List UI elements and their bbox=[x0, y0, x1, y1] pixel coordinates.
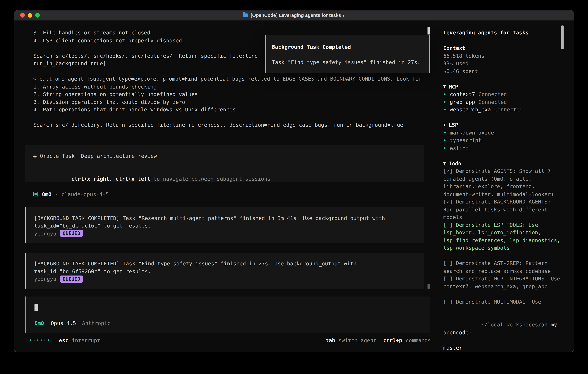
background-task-card[interactable]: [BACKGROUND TASK COMPLETED] Task "Resear… bbox=[25, 207, 424, 243]
session-title: Leveraging agents for tasks bbox=[443, 29, 562, 37]
main-scrollbar-thumb[interactable] bbox=[428, 27, 430, 34]
workspace-branch: master bbox=[443, 344, 562, 352]
text-cursor bbox=[34, 304, 38, 311]
chevron-down-icon: ▼ bbox=[443, 121, 446, 129]
task-meta: yeongyu QUEUED bbox=[34, 229, 416, 237]
context-heading: Context bbox=[443, 44, 562, 52]
mcp-status: Connected bbox=[478, 90, 507, 98]
oracle-task-title-line: ◉ Oracle Task "Deep architecture review" bbox=[33, 152, 416, 160]
ctrlp-key-label: commands bbox=[406, 336, 431, 344]
mcp-name: context7 bbox=[450, 90, 475, 98]
oracle-task-panel[interactable]: ◉ Oracle Task "Deep architecture review"… bbox=[25, 145, 424, 182]
oracle-hint-line: ctrl+x right, ctrl+x left to navigate be… bbox=[33, 167, 416, 175]
chevron-down-icon: ▼ bbox=[443, 83, 446, 90]
todo-item: [✓] Demonstrate AGENTS: Show all 7 curat… bbox=[443, 167, 562, 198]
tool-call-item: 2. String operations on potentially unde… bbox=[33, 90, 438, 98]
task-message-line: [BACKGROUND TASK COMPLETED] Task "Find t… bbox=[34, 260, 416, 267]
tool-call-item: 4. Path operations that don't handle Win… bbox=[33, 106, 438, 113]
zoom-button[interactable] bbox=[35, 13, 40, 18]
chevron-down-icon: ▼ bbox=[443, 159, 446, 167]
bullet-icon: • bbox=[443, 129, 447, 136]
lsp-name: eslint bbox=[450, 144, 469, 152]
queued-badge: QUEUED bbox=[60, 230, 83, 237]
mcp-item: • grep_app Connected bbox=[443, 98, 562, 106]
sidebar[interactable]: Leveraging agents for tasks Context 66,5… bbox=[438, 21, 574, 353]
task-message-line: task_id="bg_6f59260c" to get results. bbox=[34, 267, 416, 275]
agent-separator: · bbox=[55, 190, 58, 198]
mcp-name: websearch_exa bbox=[450, 106, 491, 113]
tool-call-line: ⚙ call_omo_agent [subagent_type=explore,… bbox=[33, 75, 438, 83]
workspace-path-line: ~/local-workspaces/oh-my-opencode: bbox=[443, 313, 562, 344]
status-right-hints: tab switch agent ctrl+p commands bbox=[326, 336, 431, 344]
tab-key-hint: tab bbox=[326, 336, 335, 344]
tool-call-item: 3. Division operations that could divide… bbox=[33, 98, 438, 106]
lsp-section-heading[interactable]: ▼ LSP bbox=[443, 121, 562, 129]
window-body: 3. File handles or streams not closed 4.… bbox=[14, 21, 574, 353]
tool-call-item: 1. Array access without bounds checking bbox=[33, 83, 438, 90]
input-provider-label: Anthropic bbox=[82, 319, 111, 327]
oracle-hint-text: to navigate between subagent sessions bbox=[150, 176, 270, 182]
minimize-button[interactable] bbox=[28, 13, 32, 18]
todo-item: [ ] Demonstrate MCP INTEGRATIONS: Use co… bbox=[443, 275, 562, 290]
main-scrollbar-mark[interactable] bbox=[428, 284, 430, 289]
oracle-task-title: Oracle Task "Deep architecture review" bbox=[40, 152, 160, 160]
queued-badge: QUEUED bbox=[60, 275, 83, 282]
context-spent: $0.46 spent bbox=[443, 67, 562, 75]
tool-call-text: call_omo_agent [subagent_type=explore, p… bbox=[39, 75, 422, 83]
background-task-card[interactable]: [BACKGROUND TASK COMPLETED] Task "Find t… bbox=[25, 253, 424, 289]
mcp-item: • websearch_exa Connected bbox=[443, 106, 562, 113]
esc-key-label: interrupt bbox=[72, 336, 100, 344]
todo-item: [ ] Demonstrate LSP TOOLS: Use lsp_hover… bbox=[443, 221, 562, 252]
lsp-name: typescript bbox=[450, 136, 481, 144]
window-title: [OpenCode] Leveraging agents for tasks ◐ bbox=[243, 11, 345, 19]
agent-header: OmO · claude-opus-4-5 bbox=[33, 190, 438, 198]
todo-item: [ ] Demonstrate MULTIMODAL: Use bbox=[443, 298, 562, 305]
status-bar: •••••••• esc interrupt tab switch agent … bbox=[26, 336, 431, 344]
lsp-heading-label: LSP bbox=[449, 121, 458, 129]
close-button[interactable] bbox=[20, 13, 25, 18]
esc-key-hint: esc bbox=[59, 336, 68, 344]
gear-icon: ⚙ bbox=[33, 75, 36, 83]
input-agent-label: OmO bbox=[34, 319, 44, 327]
task-user: yeongyu bbox=[34, 229, 56, 237]
spinner-dots: •••••••• bbox=[26, 336, 54, 344]
notification-title: Background Task Completed bbox=[272, 43, 424, 51]
workspace-path: ~/local-workspaces/ bbox=[481, 322, 541, 328]
task-meta: yeongyu QUEUED bbox=[34, 275, 416, 283]
mcp-heading-label: MCP bbox=[449, 83, 458, 90]
lsp-name: markdown-oxide bbox=[450, 129, 494, 136]
bullet-icon: • bbox=[443, 136, 447, 144]
mcp-status: Connected bbox=[494, 106, 523, 113]
mcp-name: grep_app bbox=[450, 98, 475, 106]
window-title-text: [OpenCode] Leveraging agents for tasks ◐ bbox=[251, 11, 345, 19]
terminal-window: [OpenCode] Leveraging agents for tasks ◐… bbox=[14, 10, 574, 352]
context-tokens: 66,518 tokens bbox=[443, 52, 562, 60]
input-cursor-row bbox=[34, 304, 422, 313]
traffic-lights bbox=[20, 13, 40, 18]
mcp-section-heading[interactable]: ▼ MCP bbox=[443, 83, 562, 90]
context-used: 33% used bbox=[443, 60, 562, 67]
task-message-line: [BACKGROUND TASK COMPLETED] Task "Resear… bbox=[34, 214, 416, 222]
agent-name: OmO bbox=[42, 190, 52, 198]
desktop: [OpenCode] Leveraging agents for tasks ◐… bbox=[0, 0, 588, 374]
notification-toast[interactable]: Background Task Completed Task "Find typ… bbox=[265, 35, 430, 73]
mcp-item: • context7 Connected bbox=[443, 90, 562, 98]
titlebar[interactable]: [OpenCode] Leveraging agents for tasks ◐ bbox=[14, 10, 574, 21]
ctrlp-key-hint: ctrl+p bbox=[383, 336, 402, 344]
task-message-line: task_id="bg_dcfac161" to get results. bbox=[34, 222, 416, 229]
agent-icon bbox=[33, 192, 38, 197]
sidebar-scrollbar-thumb[interactable] bbox=[561, 25, 564, 49]
bullet-icon: • bbox=[443, 106, 447, 113]
mcp-status: Connected bbox=[478, 98, 507, 106]
tool-call-footer: Search src/ directory. Return specific f… bbox=[33, 121, 438, 129]
lsp-item: • markdown-oxide bbox=[443, 129, 562, 136]
input-model-label: Opus 4.5 bbox=[51, 319, 76, 327]
todo-item: [ ] Demonstrate AST-GREP: Pattern search… bbox=[443, 260, 562, 275]
agent-model: claude-opus-4-5 bbox=[61, 190, 109, 198]
input-model-row: OmO Opus 4.5 Anthropic bbox=[34, 319, 422, 327]
todo-section-heading[interactable]: ▼ Todo bbox=[443, 159, 562, 167]
lsp-item: • typescript bbox=[443, 136, 562, 144]
bullet-icon: • bbox=[443, 144, 447, 152]
prompt-input[interactable]: OmO Opus 4.5 Anthropic bbox=[25, 296, 430, 333]
notification-body: Task "Find type safety issues" finished … bbox=[272, 58, 424, 66]
